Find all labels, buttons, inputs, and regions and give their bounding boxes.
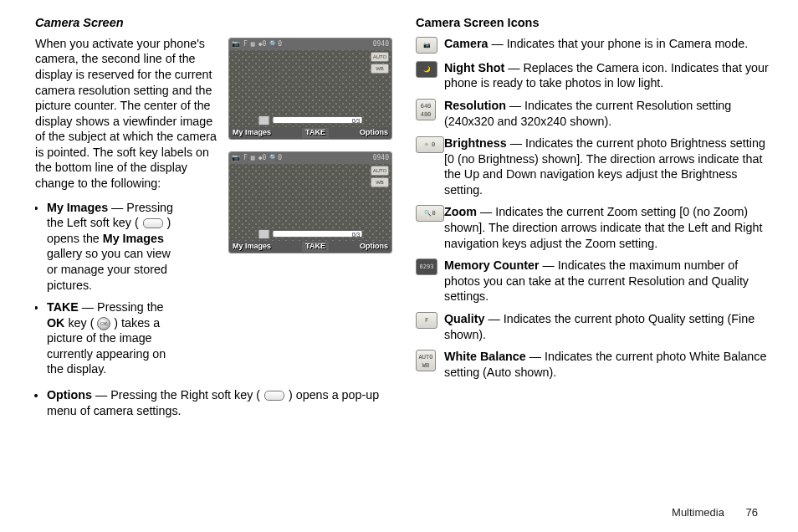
wb-badge: WB (371, 177, 389, 187)
viewfinder: AUTO WB 0/3 (229, 50, 391, 127)
left-column: Camera Screen When you activate your pho… (35, 15, 392, 425)
bullet-myimages: My Images — Pressing the Left soft key (… (47, 200, 177, 293)
list-item: 🔍0 Zoom — Indicates the current Zoom set… (416, 204, 773, 251)
zoom-icon: 🔍0 (269, 154, 282, 162)
bright-icon: ◆0 (258, 154, 267, 162)
section-label: Multimedia (672, 506, 724, 519)
list-item: ☼ 0 Brightness — Indicates the current p… (416, 136, 773, 197)
film-icon (258, 115, 270, 125)
progress-bar: 0/3 (273, 116, 363, 124)
softkey-bar: My Images TAKE Options (229, 127, 391, 139)
camera-icon: 📷 (232, 40, 240, 49)
auto-badge: AUTO (371, 52, 389, 62)
list-item: 🌙 Night Shot — Replaces the Camera icon.… (416, 60, 773, 91)
softkey-right: Options (360, 128, 388, 138)
right-softkey-icon (264, 391, 284, 401)
camera-screen-heading: Camera Screen (35, 15, 392, 31)
intro-paragraph: When you activate your phone's camera, t… (35, 36, 223, 192)
softkey-right: Options (360, 242, 388, 252)
status-bar: 📷 F ▦ ◆0 🔍0 0940 (229, 152, 391, 164)
quality-icon: F (243, 154, 248, 162)
quality-icon: F (416, 312, 437, 329)
progress-bar: 0/3 (273, 230, 363, 238)
page-number: 76 (746, 506, 758, 519)
left-softkey-icon (143, 218, 163, 228)
bullet-options: Options — Pressing the Right soft key ( … (47, 387, 392, 418)
res-icon: ▦ (251, 154, 255, 162)
softkey-left: My Images (233, 242, 271, 252)
list-item: 0293 Memory Counter — Indicates the maxi… (416, 258, 773, 304)
camera-icon: 📷 (416, 37, 437, 54)
softkey-center: TAKE (302, 242, 329, 252)
ok-key-icon: OK (97, 317, 110, 330)
list-item: 640480 Resolution — Indicates the curren… (416, 98, 773, 129)
white-balance-icon: AUTOWB (416, 350, 436, 371)
film-icon (258, 229, 270, 239)
auto-badge: AUTO (371, 166, 389, 176)
bright-icon: ◆0 (258, 40, 267, 49)
camera-icon: 📷 (232, 154, 240, 162)
zoom-icon: 🔍0 (416, 205, 444, 222)
softkey-bar: My Images TAKE Options (229, 241, 391, 253)
phone-screenshots: 📷 F ▦ ◆0 🔍0 0940 AUTO WB (228, 38, 392, 253)
camera-icons-heading: Camera Screen Icons (416, 15, 773, 31)
resolution-icon: 640480 (416, 99, 436, 120)
phone-screenshot-2: 📷 F ▦ ◆0 🔍0 0940 AUTO WB (228, 151, 392, 253)
res-icon: ▦ (251, 40, 255, 49)
quality-icon: F (243, 40, 248, 49)
viewfinder: AUTO WB 0/3 (229, 164, 391, 241)
softkey-center: TAKE (302, 128, 329, 138)
memory-counter-icon: 0293 (416, 258, 437, 275)
softkey-left: My Images (233, 128, 271, 138)
list-item: AUTOWB White Balance — Indicates the cur… (416, 349, 773, 380)
right-column: Camera Screen Icons 📷 Camera — Indicates… (416, 15, 773, 425)
counter-value: 0940 (373, 40, 389, 49)
zoom-icon: 🔍0 (269, 40, 282, 49)
page-footer: Multimedia 76 (672, 506, 758, 520)
phone-screenshot-1: 📷 F ▦ ◆0 🔍0 0940 AUTO WB (228, 38, 392, 140)
bullet-take: TAKE — Pressing the OK key ( OK ) takes … (47, 299, 177, 377)
wb-badge: WB (371, 64, 389, 74)
list-item: F Quality — Indicates the current photo … (416, 311, 773, 342)
night-shot-icon: 🌙 (416, 61, 437, 78)
status-bar: 📷 F ▦ ◆0 🔍0 0940 (229, 38, 391, 50)
list-item: 📷 Camera — Indicates that your phone is … (416, 36, 773, 54)
counter-value: 0940 (373, 154, 389, 162)
brightness-icon: ☼ 0 (416, 136, 444, 153)
